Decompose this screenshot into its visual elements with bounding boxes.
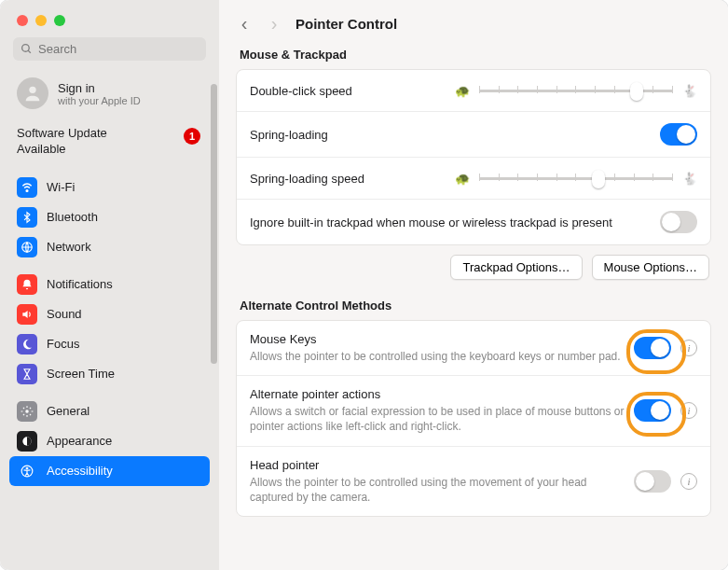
minimize-icon[interactable] [35, 15, 47, 26]
row-spring-speed: Spring-loading speed 🐢 🐇 [237, 158, 710, 200]
search-input[interactable] [38, 42, 199, 56]
main-content: ‹ › Pointer Control Mouse & Trackpad Dou… [219, 0, 728, 570]
search-field[interactable] [13, 37, 206, 61]
header: ‹ › Pointer Control [236, 13, 711, 35]
row-spring-loading: Spring-loading [237, 112, 710, 158]
sidebar-item-label: Wi-Fi [47, 180, 75, 194]
update-badge: 1 [184, 128, 200, 145]
sidebar-item-bluetooth[interactable]: Bluetooth [9, 202, 210, 232]
window-controls [0, 0, 219, 37]
mouse-trackpad-panel: Double-click speed 🐢 🐇 Spring-loading Sp… [236, 69, 711, 245]
back-button[interactable]: ‹ [236, 13, 253, 35]
avatar [17, 77, 48, 109]
sidebar-item-notifications[interactable]: Notifications [9, 270, 210, 299]
sidebar: Sign in with your Apple ID Software Upda… [0, 0, 219, 570]
svg-point-2 [29, 87, 35, 93]
alternate-methods-panel: Mouse Keys Allows the pointer to be cont… [236, 320, 711, 517]
sidebar-item-sound[interactable]: Sound [9, 299, 210, 329]
svg-point-8 [26, 467, 28, 469]
software-update-label: Software Update Available [17, 126, 157, 158]
spring-loading-label: Spring-loading [250, 128, 651, 142]
sidebar-item-label: Bluetooth [47, 210, 98, 224]
alt-actions-desc: Allows a switch or facial expression to … [250, 404, 625, 434]
sidebar-item-screen-time[interactable]: Screen Time [9, 359, 210, 389]
mouse-keys-info-icon[interactable]: i [680, 340, 697, 356]
row-ignore-trackpad: Ignore built-in trackpad when mouse or w… [237, 200, 710, 244]
signin-row[interactable]: Sign in with your Apple ID [0, 70, 219, 120]
sidebar-item-label: Focus [47, 337, 79, 351]
sidebar-item-label: Appearance [47, 434, 112, 448]
sidebar-scrollbar[interactable] [211, 84, 217, 364]
section-title-alternate: Alternate Control Methods [240, 299, 707, 313]
page-title: Pointer Control [295, 16, 397, 32]
focus-icon [17, 334, 37, 355]
signin-subtitle: with your Apple ID [58, 95, 141, 106]
sidebar-item-label: Sound [47, 307, 82, 321]
svg-line-1 [28, 50, 31, 53]
sidebar-item-accessibility[interactable]: Accessibility [9, 456, 210, 486]
sidebar-item-network[interactable]: Network [9, 232, 210, 262]
notifications-icon [17, 274, 37, 295]
double-click-slider[interactable] [479, 81, 673, 100]
mouse-options-button[interactable]: Mouse Options… [592, 255, 709, 280]
forward-button: › [266, 13, 282, 35]
head-pointer-toggle[interactable] [634, 470, 671, 493]
appearance-icon [17, 431, 37, 452]
software-update-row[interactable]: Software Update Available 1 [0, 120, 219, 169]
spring-loading-toggle[interactable] [660, 123, 697, 146]
svg-point-5 [25, 410, 29, 413]
signin-title: Sign in [58, 81, 141, 95]
bluetooth-icon [17, 207, 37, 228]
sidebar-item-focus[interactable]: Focus [9, 329, 210, 359]
row-mouse-keys: Mouse Keys Allows the pointer to be cont… [237, 321, 710, 376]
search-icon [21, 43, 33, 55]
sidebar-item-general[interactable]: General [9, 396, 210, 426]
sidebar-item-appearance[interactable]: Appearance [9, 426, 210, 456]
fast-icon: 🐇 [682, 172, 697, 186]
ignore-trackpad-label: Ignore built-in trackpad when mouse or w… [250, 215, 651, 229]
slow-icon: 🐢 [455, 172, 470, 186]
double-click-label: Double-click speed [250, 84, 446, 98]
general-icon [17, 401, 37, 422]
wifi-icon [17, 177, 37, 198]
sidebar-item-label: Network [47, 240, 91, 254]
mouse-keys-desc: Allows the pointer to be controlled usin… [250, 349, 625, 364]
row-double-click-speed: Double-click speed 🐢 🐇 [237, 70, 710, 112]
network-icon [17, 237, 37, 257]
head-pointer-desc: Allows the pointer to be controlled usin… [250, 475, 625, 505]
accessibility-icon [17, 461, 37, 481]
sidebar-item-label: General [47, 404, 89, 418]
sidebar-item-label: Screen Time [47, 367, 115, 381]
maximize-icon[interactable] [54, 15, 65, 26]
close-icon[interactable] [17, 15, 28, 26]
alt-actions-label: Alternate pointer actions [250, 387, 625, 401]
sidebar-item-label: Accessibility [47, 464, 113, 478]
ignore-trackpad-toggle[interactable] [660, 211, 697, 233]
trackpad-options-button[interactable]: Trackpad Options… [450, 255, 582, 280]
fast-icon: 🐇 [682, 84, 697, 98]
section-title-mouse: Mouse & Trackpad [240, 48, 707, 62]
head-pointer-label: Head pointer [250, 458, 625, 472]
row-alt-actions: Alternate pointer actions Allows a switc… [237, 376, 710, 446]
spring-speed-label: Spring-loading speed [250, 172, 446, 186]
head-pointer-info-icon[interactable]: i [680, 473, 697, 490]
alt-actions-info-icon[interactable]: i [680, 402, 697, 419]
spring-speed-slider[interactable] [479, 169, 673, 188]
sidebar-item-label: Notifications [47, 277, 113, 291]
mouse-keys-toggle[interactable] [634, 337, 671, 359]
slow-icon: 🐢 [455, 84, 470, 98]
sidebar-item-wifi[interactable]: Wi-Fi [9, 173, 210, 202]
svg-point-3 [26, 189, 28, 191]
mouse-keys-label: Mouse Keys [250, 332, 625, 346]
alt-actions-toggle[interactable] [634, 399, 671, 422]
row-head-pointer: Head pointer Allows the pointer to be co… [237, 447, 710, 516]
sound-icon [17, 304, 37, 325]
screen-time-icon [17, 364, 37, 384]
svg-point-0 [22, 45, 30, 52]
